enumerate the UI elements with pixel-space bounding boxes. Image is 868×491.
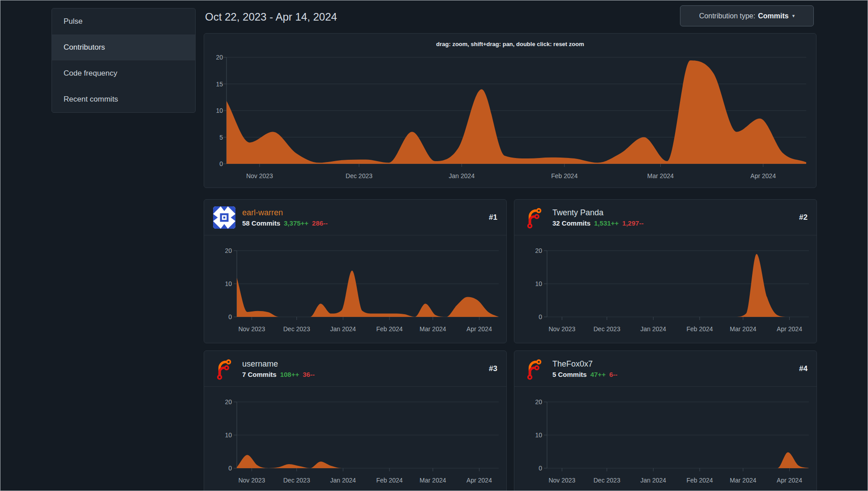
svg-text:Dec 2023: Dec 2023: [594, 325, 620, 333]
svg-text:Nov 2023: Nov 2023: [548, 477, 575, 484]
svg-text:0: 0: [539, 313, 542, 320]
svg-text:10: 10: [216, 107, 223, 114]
svg-text:10: 10: [225, 431, 232, 439]
svg-text:20: 20: [225, 398, 232, 406]
svg-text:0: 0: [228, 465, 232, 472]
contributor-card-2: Twenty Panda 32 Commits 1,531++ 1,297-- …: [514, 199, 817, 343]
svg-text:5: 5: [219, 134, 223, 141]
avatar: [523, 206, 546, 229]
chart-zoom-hint: drag: zoom, shift+drag: pan, double clic…: [204, 41, 816, 47]
sidebar-item-pulse[interactable]: Pulse: [52, 9, 195, 34]
svg-text:Dec 2023: Dec 2023: [283, 325, 310, 333]
sidebar-item-recent-commits[interactable]: Recent commits: [52, 86, 195, 112]
additions-count: 3,375++: [284, 219, 308, 227]
deletions-count: 286--: [312, 219, 328, 227]
svg-text:Nov 2023: Nov 2023: [238, 325, 265, 333]
rank-badge: #2: [799, 213, 808, 222]
forgejo-logo-icon: [523, 358, 546, 380]
sidebar-item-contributors[interactable]: Contributors: [52, 34, 195, 60]
svg-text:0: 0: [228, 313, 232, 320]
repo-activity-contributors-page: Pulse Contributors Code frequency Recent…: [0, 0, 868, 491]
svg-text:20: 20: [216, 54, 223, 61]
svg-text:Mar 2024: Mar 2024: [730, 325, 756, 333]
contribution-type-value: Commits: [758, 12, 788, 20]
svg-text:Nov 2023: Nov 2023: [238, 477, 265, 484]
contributor-info: Twenty Panda 32 Commits 1,531++ 1,297--: [552, 208, 644, 227]
svg-text:Jan 2024: Jan 2024: [330, 477, 356, 484]
svg-text:Jan 2024: Jan 2024: [641, 477, 667, 484]
contributor-info: earl-warren 58 Commits 3,375++ 286--: [242, 208, 328, 227]
activity-sidebar: Pulse Contributors Code frequency Recent…: [51, 8, 196, 113]
contributor-card-header: earl-warren 58 Commits 3,375++ 286-- #1: [204, 200, 506, 235]
additions-count: 1,531++: [594, 219, 619, 227]
contributor-card-4: TheFox0x7 5 Commits 47++ 6-- #4 01020Nov…: [514, 350, 817, 491]
svg-text:Apr 2024: Apr 2024: [466, 477, 492, 484]
contributor-stats: 5 Commits 47++ 6--: [552, 371, 617, 378]
contributor-stats: 32 Commits 1,531++ 1,297--: [552, 219, 644, 227]
svg-text:10: 10: [535, 280, 542, 287]
deletions-count: 36--: [303, 371, 315, 378]
contributor-stats: 7 Commits 108++ 36--: [242, 371, 315, 378]
contributor-card-header: username 7 Commits 108++ 36-- #3: [204, 351, 506, 387]
svg-text:Apr 2024: Apr 2024: [777, 325, 802, 333]
contributor-name: TheFox0x7: [552, 359, 617, 369]
svg-text:10: 10: [225, 280, 232, 287]
svg-text:0: 0: [219, 160, 223, 167]
avatar: [213, 358, 235, 380]
svg-text:Dec 2023: Dec 2023: [346, 172, 372, 179]
svg-text:Jan 2024: Jan 2024: [449, 172, 475, 179]
commit-count: 7 Commits: [242, 371, 277, 378]
rank-badge: #4: [799, 364, 808, 373]
svg-text:Apr 2024: Apr 2024: [466, 325, 492, 333]
svg-text:Apr 2024: Apr 2024: [750, 172, 776, 179]
contributor-name: username: [242, 359, 315, 369]
overall-activity-card: drag: zoom, shift+drag: pan, double clic…: [204, 33, 817, 188]
svg-text:15: 15: [216, 81, 223, 88]
contribution-type-label: Contribution type:: [699, 12, 755, 20]
chevron-down-icon: ▾: [792, 13, 795, 19]
forgejo-logo-icon: [213, 358, 235, 380]
svg-text:20: 20: [535, 247, 542, 254]
svg-text:Feb 2024: Feb 2024: [376, 325, 402, 333]
avatar: [213, 206, 235, 229]
contribution-type-dropdown[interactable]: Contribution type: Commits ▾: [680, 5, 814, 26]
identicon-avatar-icon: [213, 206, 235, 229]
sidebar-item-code-frequency[interactable]: Code frequency: [52, 60, 195, 86]
svg-text:Mar 2024: Mar 2024: [730, 477, 756, 484]
commit-count: 32 Commits: [552, 219, 590, 227]
svg-text:Mar 2024: Mar 2024: [419, 477, 446, 484]
commit-count: 5 Commits: [552, 371, 587, 378]
contributor-card-header: Twenty Panda 32 Commits 1,531++ 1,297-- …: [514, 200, 817, 235]
svg-text:Dec 2023: Dec 2023: [283, 477, 310, 484]
svg-text:20: 20: [225, 247, 232, 254]
rank-badge: #3: [489, 364, 497, 373]
svg-text:Nov 2023: Nov 2023: [246, 172, 273, 179]
contributor-card-header: TheFox0x7 5 Commits 47++ 6-- #4: [514, 351, 817, 387]
avatar: [523, 358, 546, 380]
contributor-info: username 7 Commits 108++ 36--: [242, 359, 315, 378]
svg-text:Feb 2024: Feb 2024: [686, 477, 713, 484]
svg-text:20: 20: [535, 398, 542, 406]
svg-text:Feb 2024: Feb 2024: [686, 325, 713, 333]
svg-text:Mar 2024: Mar 2024: [647, 172, 674, 179]
svg-text:Feb 2024: Feb 2024: [551, 172, 577, 179]
date-range-title: Oct 22, 2023 - Apr 14, 2024: [205, 11, 337, 23]
svg-text:Nov 2023: Nov 2023: [548, 325, 575, 333]
svg-text:Mar 2024: Mar 2024: [419, 325, 446, 333]
contributor-name[interactable]: earl-warren: [242, 208, 328, 218]
deletions-count: 6--: [609, 371, 617, 378]
forgejo-logo-icon: [523, 206, 546, 229]
contributor-card-1: earl-warren 58 Commits 3,375++ 286-- #1 …: [204, 199, 507, 343]
commit-count: 58 Commits: [242, 219, 280, 227]
svg-text:Feb 2024: Feb 2024: [376, 477, 402, 484]
contributor-info: TheFox0x7 5 Commits 47++ 6--: [552, 359, 617, 378]
svg-text:Apr 2024: Apr 2024: [777, 477, 802, 484]
overall-activity-chart[interactable]: 05101520Nov 2023Dec 2023Jan 2024Feb 2024…: [204, 34, 816, 188]
contributor-name: Twenty Panda: [552, 208, 644, 218]
svg-text:Jan 2024: Jan 2024: [330, 325, 356, 333]
svg-text:0: 0: [539, 465, 542, 472]
svg-text:Dec 2023: Dec 2023: [594, 477, 620, 484]
rank-badge: #1: [489, 213, 497, 222]
svg-text:Jan 2024: Jan 2024: [641, 325, 667, 333]
deletions-count: 1,297--: [622, 219, 644, 227]
